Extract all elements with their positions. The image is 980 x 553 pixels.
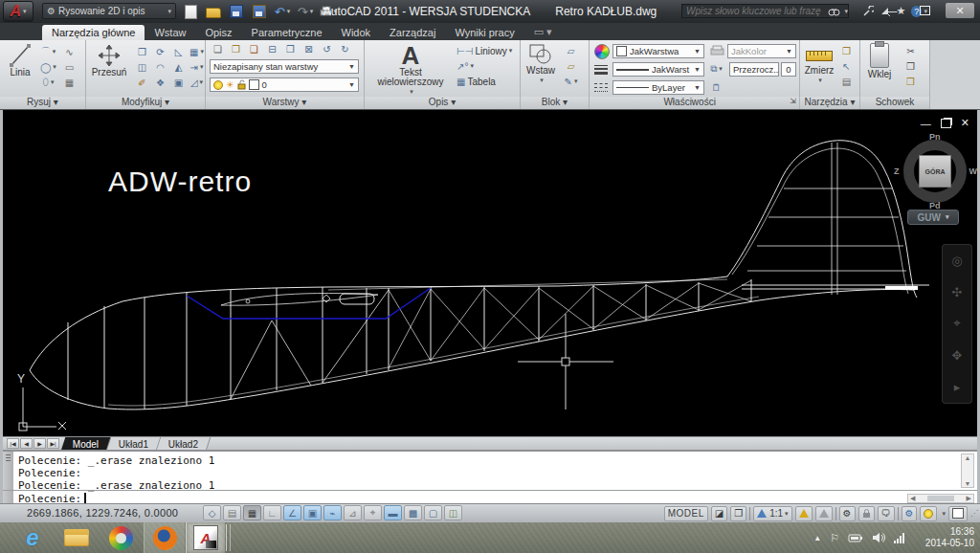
save-button[interactable] [228,3,245,20]
fillet-tool-icon[interactable]: ◠ [152,60,168,74]
mtext-button[interactable]: A Tekst wielowierszowy ▾ [368,43,453,97]
hatch-tool-icon[interactable]: ▦ [61,76,78,89]
insert-block-button[interactable]: Wstaw ▾ [523,43,558,85]
save-as-button[interactable] [251,3,268,20]
command-vertical-scrollbar[interactable]: ▲▼ [961,453,974,488]
taskbar-media-app[interactable] [100,522,142,553]
transparency-field[interactable]: Przezrocz... [729,62,779,77]
infer-constraints-toggle[interactable]: ◇ [203,505,221,520]
doc-restore-button[interactable] [941,119,951,128]
panel-label-rysuj[interactable]: Rysuj ▾ [0,97,85,109]
volume-speaker-icon[interactable] [872,532,885,543]
new-file-button[interactable] [182,3,199,20]
quick-view-drawings-button[interactable]: ❐ [730,506,746,521]
orbit-icon[interactable]: ✥ [952,348,963,363]
tab-zarzadzaj[interactable]: Zarządzaj [380,25,445,40]
steering-wheel-icon[interactable]: ◎ [951,254,962,268]
list-properties-icon[interactable]: 🗒 [708,80,724,94]
layer-off-icon[interactable]: ❑ [246,42,262,55]
viewcube-west-label[interactable]: Z [894,166,900,176]
layer-properties-icon[interactable]: ❏ [210,42,226,55]
plot-button[interactable]: ▾ [320,3,337,20]
dimension-button[interactable]: ⊢⊣Liniowy▾ [457,44,518,57]
maximize-button[interactable] [913,3,936,18]
transparency-value-field[interactable]: 0 [781,62,796,77]
show-motion-icon[interactable]: ▸ [954,380,961,394]
navigation-bar[interactable]: ◎ ✣ ⌖ ✥ ▸ [942,244,972,404]
help-search-input[interactable] [682,6,826,16]
ellipse-tool-icon[interactable]: ⬯▾ [40,76,56,89]
hardware-acceleration-button[interactable] [920,506,937,521]
status-settings-button[interactable]: ⚙ [839,506,856,521]
annotation-visibility-button[interactable] [795,506,813,521]
cut-scissors-icon[interactable]: ✂ [902,44,919,57]
rotate-tool-icon[interactable]: ⟳ [152,45,168,58]
power-battery-icon[interactable] [848,533,863,543]
leader-button[interactable]: ↗°▾ [457,59,518,73]
tab-uklad2[interactable]: Układ2 [157,437,212,451]
panel-label-schowek[interactable]: Schowek [860,97,929,109]
lineweight-dropdown[interactable]: JakWarst ▼ [612,62,704,77]
layer-isolate-icon[interactable]: ⊟ [264,42,280,55]
hidden-icons-button[interactable]: ▲ [813,534,821,542]
paste-special-clip-icon[interactable]: ❒ [902,75,919,88]
taskbar-firefox[interactable] [144,522,186,553]
command-window[interactable]: Polecenie: _.erase znaleziono 1 Poleceni… [3,450,977,503]
polyline-tool-icon[interactable]: ∿ [61,45,78,58]
lineweight-toggle[interactable]: ▬ [384,505,402,520]
ortho-toggle[interactable]: ∟ [263,505,281,520]
scroll-left-icon[interactable]: ◀ [910,495,915,502]
subscription-wrench-icon[interactable] [859,4,876,19]
otrack-toggle[interactable]: ⌁ [323,505,342,520]
autoscale-button[interactable] [815,506,833,521]
polar-tracking-toggle[interactable]: ∠ [283,505,301,520]
scroll-down-icon[interactable]: ▼ [965,480,971,487]
extend-tool-icon[interactable]: ⇥▾ [189,60,205,74]
tab-widok[interactable]: Widok [332,25,381,40]
action-center-flag-icon[interactable]: ⚐ [830,532,839,544]
circle-tool-icon[interactable]: ◯▾ [40,60,56,74]
rectangle-tool-icon[interactable]: ▭ [61,60,78,74]
status-menu-caret[interactable]: ▾ [942,510,946,518]
scroll-up-icon[interactable]: ▲ [965,454,971,461]
mirror-tool-icon[interactable]: ◭ [170,60,187,74]
grid-toggle[interactable]: ▦ [243,505,261,520]
search-binoculars-icon[interactable] [826,4,842,19]
taskbar-autocad[interactable]: A [186,522,225,553]
scroll-right-icon[interactable]: ▶ [967,495,971,502]
osnap-toggle[interactable]: ▣ [303,505,322,520]
quick-select-icon[interactable]: ↖ [838,59,855,73]
viewcube[interactable]: GÓRA Pn Pd Z W [899,135,971,208]
redo-button[interactable]: ↷▾ [297,3,314,20]
selection-cycling-toggle[interactable]: ◫ [444,505,462,520]
paste-special-icon[interactable]: ❐ [838,44,855,57]
layer-prev-icon[interactable]: ↻ [337,42,353,55]
create-block-icon[interactable]: ▱ [563,44,579,57]
object-color-dropdown[interactable]: JakWarstwa ▼ [612,44,704,58]
ribbon-minimize-button[interactable]: ▭ ▾ [524,24,562,40]
scrollbar-thumb[interactable] [927,496,954,501]
workspace-switching-button[interactable]: ⚙ [902,506,918,521]
arc-tool-icon[interactable]: ⌒▾ [40,45,56,58]
coordinates-readout[interactable]: 2669.1866, 1229.7246, 0.0000 [27,507,178,519]
layer-state-dropdown[interactable]: Niezapisany stan warstwy▼ [210,59,359,74]
explode-tool-icon[interactable]: ❖ [152,76,168,89]
dynamic-input-toggle[interactable]: ⌖ [364,505,382,520]
first-layout-button[interactable]: |◀ [7,438,19,449]
layer-lock-icon[interactable]: ⊠ [301,42,317,55]
command-horizontal-scrollbar[interactable]: ◀▶ [907,494,974,503]
next-layout-button[interactable]: ▶ [33,438,46,449]
model-space-button[interactable]: MODEL [664,506,708,521]
scale-tool-icon[interactable]: ▣ [170,76,187,89]
line-tool-button[interactable]: Linia [4,43,36,77]
tab-model[interactable]: Model [61,437,112,451]
command-drag-grip[interactable] [3,452,13,503]
taskbar-clock[interactable]: 16:36 2014-05-10 [913,526,974,549]
zoom-icon[interactable]: ⌖ [953,316,960,331]
clean-screen-button[interactable] [948,506,968,521]
snap-toggle[interactable]: ▤ [223,505,241,520]
taskbar-internet-explorer[interactable]: e [11,522,54,553]
calculator-icon[interactable]: ▤ [838,75,855,88]
viewcube-north-label[interactable]: Pn [929,132,941,142]
ucs-selector-button[interactable]: GUW ▾ [907,210,959,225]
